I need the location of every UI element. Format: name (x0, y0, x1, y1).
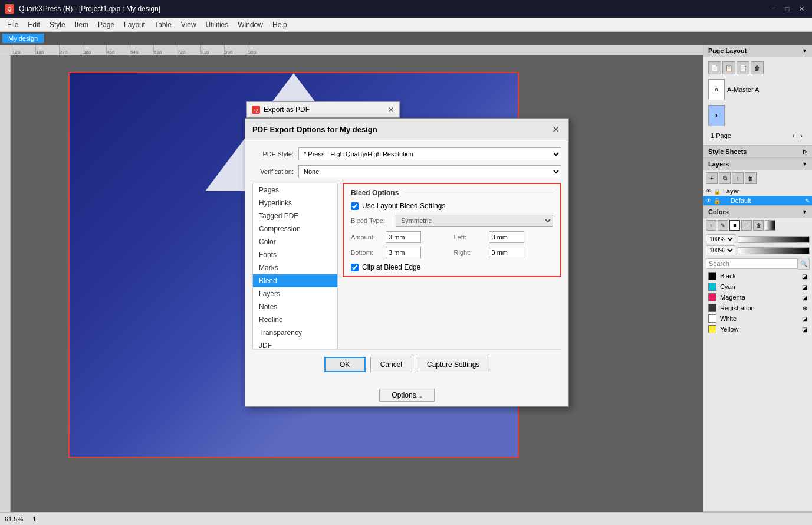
nav-bleed[interactable]: Bleed (253, 274, 337, 287)
color-item-cyan[interactable]: Cyan ◪ (703, 281, 812, 292)
color-pct-select-2[interactable]: 100% (706, 245, 735, 255)
use-layout-bleed-checkbox[interactable] (351, 202, 359, 210)
page-nav-prev[interactable]: ‹ (790, 131, 797, 140)
clip-checkbox[interactable] (351, 264, 359, 271)
title-bar-controls[interactable]: − □ ✕ (767, 3, 807, 15)
nav-layers[interactable]: Layers (253, 287, 337, 300)
menu-file[interactable]: File (2, 19, 23, 30)
color-edit-btn[interactable]: ✎ (718, 220, 728, 231)
amount-input[interactable] (386, 231, 421, 243)
color-add-btn[interactable]: + (706, 220, 716, 231)
layer-add-btn[interactable]: + (706, 172, 718, 184)
menu-window[interactable]: Window (233, 19, 268, 30)
menu-page[interactable]: Page (93, 19, 119, 30)
nav-hyperlinks[interactable]: Hyperlinks (253, 196, 337, 209)
color-slider-1[interactable] (738, 236, 810, 243)
color-slider-2[interactable] (738, 247, 810, 254)
dialog-content-panel: Bleed Options Use Layout Bleed Settings … (343, 183, 561, 349)
ruler-mark: 180 (35, 45, 59, 55)
page-layout-icon-2[interactable]: 📋 (722, 61, 735, 74)
export-title-text: Export as PDF (264, 106, 310, 114)
menu-item[interactable]: Item (70, 19, 93, 30)
color-solid-btn[interactable]: ■ (729, 220, 740, 231)
color-gradient-btn[interactable] (765, 220, 775, 231)
colors-header[interactable]: Colors ▼ (703, 206, 812, 218)
menu-style[interactable]: Style (45, 19, 70, 30)
nav-pages[interactable]: Pages (253, 183, 337, 196)
clip-label[interactable]: Clip at Bleed Edge (362, 263, 420, 271)
pdf-style-select[interactable]: * Press - High Quality/High Resolution (298, 147, 561, 160)
nav-marks[interactable]: Marks (253, 261, 337, 274)
color-frame-btn[interactable]: □ (741, 220, 752, 231)
menu-utilities[interactable]: Utilities (201, 19, 234, 30)
tab-bar: My design (0, 32, 812, 45)
layer-vis-icon-2: 👁 (706, 198, 711, 204)
page-layout-icon-4[interactable]: 🗑 (751, 61, 764, 74)
menu-table[interactable]: Table (150, 19, 176, 30)
page-nav-next[interactable]: › (798, 131, 805, 140)
cancel-button[interactable]: Cancel (370, 357, 412, 372)
layer-item-default[interactable]: 👁 🔒 ■ Default ✎ (703, 196, 812, 205)
layer-lock-icon-2: 🔒 (714, 198, 721, 204)
bleed-amounts-grid: Amount: Left: Bottom: (351, 231, 553, 258)
style-sheets-title: Style Sheets (708, 148, 747, 155)
menu-layout[interactable]: Layout (119, 19, 150, 30)
nav-transparency[interactable]: Transparency (253, 326, 337, 339)
minimize-button[interactable]: − (767, 3, 779, 15)
yellow-type-icon: ◪ (802, 326, 807, 333)
color-item-magenta[interactable]: Magenta ◪ (703, 292, 812, 303)
layer-color-swatch: ■ (723, 197, 727, 204)
maximize-button[interactable]: □ (781, 3, 793, 15)
style-sheets-header[interactable]: Style Sheets ▷ (703, 146, 812, 158)
layers-header[interactable]: Layers ▼ (703, 158, 812, 170)
nav-tagged-pdf[interactable]: Tagged PDF (253, 209, 337, 222)
pdf-dialog: PDF Export Options for My design ✕ PDF S… (245, 118, 569, 407)
page-layout-header[interactable]: Page Layout ▼ (703, 45, 812, 57)
page-layout-icon-3[interactable]: 📑 (737, 61, 749, 74)
white-swatch (708, 314, 716, 323)
menu-help[interactable]: Help (268, 19, 292, 30)
menu-edit[interactable]: Edit (23, 19, 45, 30)
layer-dup-btn[interactable]: ⧉ (719, 172, 731, 184)
nav-color[interactable]: Color (253, 235, 337, 248)
layer-del-btn[interactable]: 🗑 (745, 172, 757, 184)
use-layout-bleed-label[interactable]: Use Layout Bleed Settings (362, 202, 445, 210)
close-button[interactable]: ✕ (795, 3, 807, 15)
pdf-dialog-body: PDF Style: * Press - High Quality/High R… (245, 140, 568, 386)
color-item-white[interactable]: White ◪ (703, 313, 812, 324)
color-slider-row-1: 100% (706, 234, 810, 244)
right-label: Right: (454, 249, 486, 256)
verification-select[interactable]: None (298, 165, 561, 178)
ok-button[interactable]: OK (324, 357, 366, 372)
ruler-mark: 990 (248, 45, 271, 55)
color-item-registration[interactable]: Registration ⊕ (703, 303, 812, 313)
color-pct-select-1[interactable]: 100% (706, 234, 735, 244)
colors-title: Colors (708, 208, 729, 215)
page-layout-title: Page Layout (708, 47, 747, 54)
options-button[interactable]: Options... (379, 389, 434, 402)
tab-my-design[interactable]: My design (2, 34, 44, 43)
nav-jdf[interactable]: JDF (253, 339, 337, 349)
nav-compression[interactable]: Compression (253, 222, 337, 235)
nav-redline[interactable]: Redline (253, 313, 337, 326)
color-del-btn[interactable]: 🗑 (753, 220, 764, 231)
nav-fonts[interactable]: Fonts (253, 248, 337, 261)
right-input[interactable] (489, 247, 524, 258)
bleed-type-select[interactable]: Symmetric (396, 215, 553, 227)
layer-move-btn[interactable]: ↑ (732, 172, 744, 184)
color-item-yellow[interactable]: Yellow ◪ (703, 324, 812, 334)
page-thumb: 1 (708, 105, 725, 126)
bottom-input[interactable] (386, 247, 421, 258)
pdf-dialog-close-button[interactable]: ✕ (550, 123, 561, 135)
capture-settings-button[interactable]: Capture Settings (417, 357, 489, 372)
layers-triangle: ▼ (802, 161, 807, 167)
colors-search-button[interactable]: 🔍 (798, 258, 810, 270)
colors-search-input[interactable] (706, 258, 798, 269)
export-title-close[interactable]: ✕ (387, 105, 395, 114)
page-layout-icon-1[interactable]: 📄 (708, 61, 721, 74)
color-item-black[interactable]: Black ◪ (703, 271, 812, 281)
nav-notes[interactable]: Notes (253, 300, 337, 313)
dialog-nav-scroll[interactable]: Pages Hyperlinks Tagged PDF Compression … (253, 183, 337, 349)
menu-view[interactable]: View (176, 19, 201, 30)
left-input[interactable] (489, 231, 524, 243)
